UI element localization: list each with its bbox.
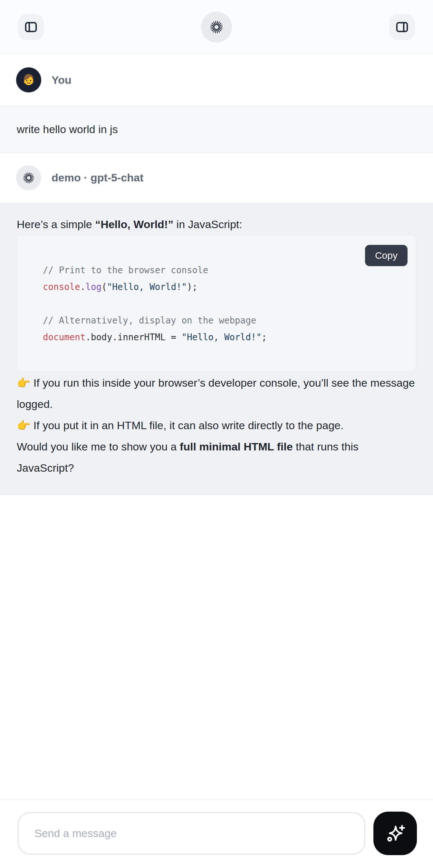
assistant-message-header: demo · gpt-5-chat xyxy=(0,153,433,203)
person-emoji-icon xyxy=(21,72,36,87)
assistant-question-text: Would you like me to show you a full min… xyxy=(17,436,416,478)
user-message-text: write hello world in js xyxy=(17,123,118,135)
composer-bar xyxy=(0,799,433,868)
assistant-intro-text: Here’s a simple “Hello, World!” in JavaS… xyxy=(17,214,416,235)
code-block: Copy // Print to the browser console con… xyxy=(17,235,416,372)
starburst-logo-icon xyxy=(209,20,224,34)
user-message-header: You xyxy=(0,54,433,106)
chat-scroll-filler[interactable] xyxy=(0,495,433,799)
send-button[interactable] xyxy=(373,812,417,855)
sidebar-right-toggle-button[interactable] xyxy=(389,14,415,40)
assistant-sender-label: demo · gpt-5-chat xyxy=(52,172,143,184)
chat-app: You write hello world in js demo · gpt-5… xyxy=(0,0,433,868)
assistant-tips-text: 👉 If you run this inside your browser’s … xyxy=(17,372,416,436)
top-bar xyxy=(0,0,433,54)
assistant-message: Here’s a simple “Hello, World!” in JavaS… xyxy=(0,203,433,495)
message-input[interactable] xyxy=(18,812,365,855)
user-avatar xyxy=(16,67,41,92)
logo-button[interactable] xyxy=(201,11,232,42)
starburst-avatar-icon xyxy=(22,172,35,184)
sidebar-left-icon xyxy=(24,20,38,34)
sparkle-plus-icon xyxy=(384,822,407,845)
copy-code-button[interactable]: Copy xyxy=(365,245,407,266)
user-sender-label: You xyxy=(52,74,71,86)
user-message: write hello world in js xyxy=(0,106,433,153)
sidebar-right-icon xyxy=(395,20,409,34)
assistant-avatar xyxy=(16,165,41,190)
sidebar-left-toggle-button[interactable] xyxy=(18,14,44,40)
code-content: // Print to the browser console console.… xyxy=(17,235,416,372)
